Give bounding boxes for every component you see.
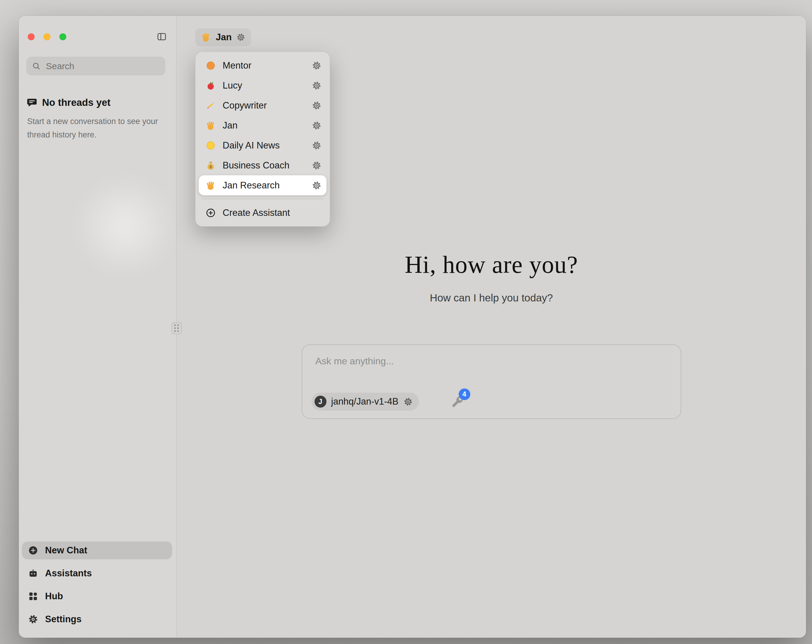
assistant-menu-item-jan-research[interactable]: Jan Research bbox=[199, 175, 327, 195]
sidebar-item-label: Hub bbox=[45, 591, 63, 602]
search-bar[interactable] bbox=[26, 57, 165, 75]
sidebar-resize-handle[interactable] bbox=[172, 322, 182, 334]
assistant-name: Mentor bbox=[223, 60, 305, 71]
greeting-subtitle: How can I help you today? bbox=[177, 292, 806, 304]
assistant-menu-item-lucy[interactable]: Lucy bbox=[199, 75, 327, 95]
assistant-selector-button[interactable]: Jan bbox=[195, 28, 251, 46]
assistant-name: Copywriter bbox=[223, 100, 305, 111]
gear-icon[interactable] bbox=[311, 160, 322, 171]
assistant-name: Lucy bbox=[223, 80, 305, 91]
svg-text:$: $ bbox=[209, 164, 212, 169]
current-assistant-name: Jan bbox=[216, 32, 232, 43]
wave-icon bbox=[205, 120, 216, 131]
apple-icon bbox=[205, 80, 216, 91]
greeting-title: Hi, how are you? bbox=[177, 251, 806, 279]
zoom-window-button[interactable] bbox=[60, 33, 66, 40]
gear-icon[interactable] bbox=[311, 180, 322, 190]
assistant-menu-item-daily-ai-news[interactable]: Daily AI News bbox=[199, 135, 327, 155]
sidebar-item-settings[interactable]: Settings bbox=[22, 610, 172, 628]
gear-icon bbox=[28, 614, 38, 625]
assistant-menu-item-business-coach[interactable]: $ Business Coach bbox=[199, 155, 327, 175]
assistant-name: Jan Research bbox=[223, 180, 305, 191]
model-selector[interactable]: J janhq/Jan-v1-4B bbox=[311, 393, 419, 411]
desktop-background: No threads yet Start a new conversation … bbox=[0, 0, 812, 644]
chat-composer[interactable]: J janhq/Jan-v1-4B 4 bbox=[302, 344, 681, 419]
gear-icon[interactable] bbox=[311, 140, 322, 151]
assistant-name: Daily AI News bbox=[223, 140, 305, 151]
search-icon bbox=[32, 61, 41, 71]
app-window: No threads yet Start a new conversation … bbox=[19, 16, 806, 638]
sidebar-item-label: New Chat bbox=[45, 545, 87, 556]
menu-divider bbox=[201, 199, 324, 199]
plus-circle-icon bbox=[28, 545, 38, 556]
close-window-button[interactable] bbox=[28, 33, 35, 40]
yellow-circle-icon bbox=[205, 140, 216, 151]
hub-grid-icon bbox=[28, 591, 38, 602]
assistant-name: Jan bbox=[223, 120, 305, 131]
sidebar-item-label: Settings bbox=[45, 614, 81, 625]
empty-state-description: Start a new conversation to see your thr… bbox=[27, 115, 164, 142]
sidebar-panel-icon bbox=[156, 32, 168, 42]
assistant-menu-item-copywriter[interactable]: Copywriter bbox=[199, 95, 327, 116]
plus-outline-icon bbox=[205, 207, 216, 218]
gear-icon[interactable] bbox=[311, 120, 322, 131]
tools-count-badge: 4 bbox=[459, 388, 470, 400]
model-avatar: J bbox=[314, 396, 327, 408]
gear-icon[interactable] bbox=[311, 81, 322, 91]
gear-icon[interactable] bbox=[403, 397, 413, 406]
empty-state-title: No threads yet bbox=[42, 97, 110, 108]
chat-input[interactable] bbox=[315, 355, 668, 383]
gear-icon[interactable] bbox=[311, 100, 322, 111]
wave-icon bbox=[205, 180, 216, 191]
pencil-icon bbox=[205, 100, 216, 111]
orange-circle-icon bbox=[205, 60, 216, 71]
assistants-icon bbox=[28, 568, 38, 579]
empty-state: No threads yet Start a new conversation … bbox=[27, 97, 164, 142]
search-input[interactable] bbox=[45, 61, 165, 72]
window-controls bbox=[28, 33, 66, 40]
sidebar-item-label: Assistants bbox=[45, 568, 92, 579]
sidebar-toggle-button[interactable] bbox=[156, 31, 168, 43]
sidebar-nav: New Chat Assistants bbox=[22, 542, 172, 628]
wave-icon bbox=[200, 32, 211, 43]
assistant-menu-item-jan[interactable]: Jan bbox=[199, 116, 327, 135]
assistant-name: Business Coach bbox=[223, 160, 305, 171]
minimize-window-button[interactable] bbox=[44, 33, 50, 40]
sidebar-item-new-chat[interactable]: New Chat bbox=[22, 542, 172, 559]
chat-bubble-icon bbox=[27, 97, 37, 108]
create-assistant-button[interactable]: Create Assistant bbox=[199, 203, 327, 223]
sidebar-item-hub[interactable]: Hub bbox=[22, 587, 172, 605]
gear-icon[interactable] bbox=[236, 32, 246, 42]
sidebar: No threads yet Start a new conversation … bbox=[19, 16, 177, 638]
gear-icon[interactable] bbox=[311, 61, 322, 71]
money-bag-icon: $ bbox=[205, 160, 216, 171]
sidebar-item-assistants[interactable]: Assistants bbox=[22, 565, 172, 582]
assistant-menu-item-mentor[interactable]: Mentor bbox=[199, 55, 327, 75]
create-assistant-label: Create Assistant bbox=[223, 207, 322, 218]
main-area: Jan Mentor bbox=[177, 16, 806, 638]
assistant-menu: Mentor Lucy bbox=[195, 52, 330, 227]
greeting: Hi, how are you? How can I help you toda… bbox=[177, 251, 806, 304]
background-blob bbox=[70, 177, 177, 275]
model-name: janhq/Jan-v1-4B bbox=[331, 396, 399, 407]
